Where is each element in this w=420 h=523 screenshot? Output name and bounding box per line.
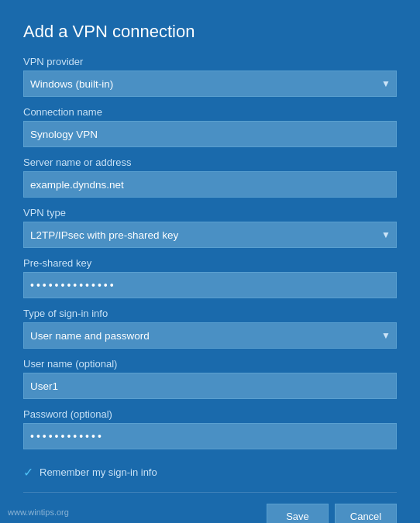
checkmark-icon: ✓ <box>23 465 33 480</box>
vpn-type-select[interactable]: L2TP/IPsec with pre-shared key <box>23 222 397 248</box>
sign-in-type-select[interactable]: User name and password <box>23 322 397 349</box>
password-group: Password (optional) <box>23 408 397 449</box>
connection-name-input[interactable] <box>23 121 397 147</box>
server-name-input[interactable] <box>23 171 397 198</box>
sign-in-type-label: Type of sign-in info <box>23 308 397 319</box>
vpn-provider-label: VPN provider <box>23 56 397 67</box>
remember-label: Remember my sign-in info <box>40 466 157 478</box>
connection-name-label: Connection name <box>23 106 397 118</box>
pre-shared-key-input[interactable] <box>23 272 397 298</box>
username-group: User name (optional) <box>23 358 397 399</box>
remember-checkbox-group: ✓ Remember my sign-in info <box>23 465 397 480</box>
password-label: Password (optional) <box>23 408 397 420</box>
vpn-type-label: VPN type <box>23 207 397 218</box>
page-title: Add a VPN connection <box>23 22 397 42</box>
vpn-provider-select-wrapper: Windows (built-in) ▼ <box>23 71 397 97</box>
pre-shared-key-label: Pre-shared key <box>23 257 397 269</box>
password-input[interactable] <box>23 423 397 449</box>
vpn-type-select-wrapper: L2TP/IPsec with pre-shared key ▼ <box>23 222 397 248</box>
server-name-group: Server name or address <box>23 157 397 198</box>
vpn-provider-group: VPN provider Windows (built-in) ▼ <box>23 56 397 97</box>
server-name-label: Server name or address <box>23 157 397 168</box>
connection-name-group: Connection name <box>23 106 397 147</box>
vpn-type-group: VPN type L2TP/IPsec with pre-shared key … <box>23 207 397 248</box>
watermark: www.wintips.org <box>8 508 69 517</box>
sign-in-type-select-wrapper: User name and password ▼ <box>23 322 397 349</box>
username-label: User name (optional) <box>23 358 397 370</box>
pre-shared-key-group: Pre-shared key <box>23 257 397 298</box>
vpn-form: Add a VPN connection VPN provider Window… <box>0 0 420 523</box>
sign-in-type-group: Type of sign-in info User name and passw… <box>23 308 397 349</box>
cancel-button[interactable]: Cancel <box>335 504 397 523</box>
bottom-bar: Save ➤ Cancel <box>23 492 397 523</box>
save-button[interactable]: Save <box>267 504 329 523</box>
username-input[interactable] <box>23 373 397 399</box>
vpn-provider-select[interactable]: Windows (built-in) <box>23 71 397 97</box>
